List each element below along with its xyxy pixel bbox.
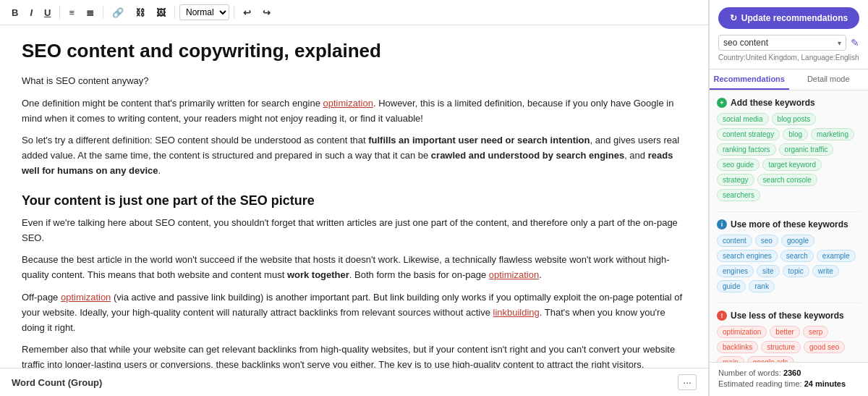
image-button[interactable]: 🖼 — [152, 5, 170, 20]
tag-good-seo[interactable]: good seo — [804, 341, 845, 353]
use-less-tags: optimization better serp backlinks struc… — [717, 326, 861, 362]
use-more-icon: i — [717, 219, 727, 229]
divider-2 — [103, 6, 103, 19]
para-4: Because the best article in the world wo… — [22, 253, 686, 283]
tag-searchers[interactable]: searchers — [717, 189, 760, 201]
italic-button[interactable]: I — [25, 5, 37, 20]
search-input-wrapper: ▾ — [718, 35, 846, 51]
word-count-group-label: Word Count (Group) — [12, 377, 102, 388]
para-3: Even if we're talking here about SEO con… — [22, 216, 686, 246]
section-use-more: i Use more of these keywords content seo… — [717, 219, 861, 292]
tag-google-ads[interactable]: google ads — [747, 356, 794, 362]
tag-blog[interactable]: blog — [783, 128, 808, 140]
editor-container: B I U ≡ ≣ 🔗 ⛓ 🖼 Normal ↩ ↪ SEO content a… — [0, 0, 709, 396]
tag-backlinks[interactable]: backlinks — [717, 341, 758, 353]
unlink-button[interactable]: ⛓ — [131, 5, 149, 20]
para-6: Remember also that while your website ca… — [22, 342, 686, 368]
para-1: One definition might be content that's p… — [22, 96, 686, 127]
tag-site[interactable]: site — [757, 265, 780, 277]
tag-target-keyword[interactable]: target keyword — [762, 159, 822, 171]
ol-button[interactable]: ≣ — [82, 5, 98, 20]
link-optimization-3[interactable]: optimization — [61, 292, 111, 303]
para-0: What is SEO content anyway? — [22, 74, 686, 89]
tag-guide[interactable]: guide — [717, 280, 746, 292]
add-keywords-tags: social media blog posts content strategy… — [717, 113, 861, 201]
tag-better[interactable]: better — [770, 326, 800, 338]
para-5: Off-page optimization (via active and pa… — [22, 290, 686, 335]
reading-time-label: Estimated reading time: — [718, 379, 802, 388]
word-count-label: Number of words: — [718, 368, 781, 377]
use-more-tags: content seo google search engines search… — [717, 235, 861, 292]
divider-3 — [174, 6, 175, 19]
tag-search-engines[interactable]: search engines — [717, 250, 778, 262]
tag-content-strategy[interactable]: content strategy — [717, 128, 780, 140]
tag-google[interactable]: google — [781, 235, 814, 247]
tag-ranking-factors[interactable]: ranking factors — [717, 143, 776, 156]
country-lang-label: Country:United Kingdom, Language:English — [718, 54, 859, 62]
use-less-title: ! Use less of these keywords — [717, 311, 861, 321]
divider-4 — [234, 6, 234, 19]
undo-button[interactable]: ↩ — [239, 5, 255, 20]
tag-main[interactable]: main — [717, 356, 744, 362]
search-row: ▾ ✎ — [718, 35, 859, 51]
redo-button[interactable]: ↪ — [258, 5, 275, 20]
tag-seo-guide[interactable]: seo guide — [717, 159, 760, 171]
sidebar-header: ↻ Update recommendations ▾ ✎ Country:Uni… — [710, 0, 868, 69]
section-use-less: ! Use less of these keywords optimizatio… — [717, 311, 861, 362]
para-2: So let's try a different definition: SEO… — [22, 133, 686, 178]
divider-1 — [59, 6, 60, 19]
update-btn-label: Update recommendations — [741, 13, 848, 23]
tag-social-media[interactable]: social media — [717, 113, 769, 125]
article-title: SEO content and copywriting, explained — [22, 40, 686, 62]
use-more-title: i Use more of these keywords — [717, 219, 861, 229]
edit-button[interactable]: ✎ — [851, 37, 859, 49]
word-count-stat: Number of words: 2360 — [718, 368, 859, 377]
tag-topic[interactable]: topic — [783, 265, 809, 277]
refresh-icon: ↻ — [730, 13, 737, 23]
sidebar: ↻ Update recommendations ▾ ✎ Country:Uni… — [709, 0, 868, 396]
tag-serp[interactable]: serp — [803, 326, 828, 338]
add-keywords-title: + Add these keywords — [717, 98, 861, 108]
tag-engines[interactable]: engines — [717, 265, 754, 277]
sidebar-body: + Add these keywords social media blog p… — [710, 90, 868, 362]
link-optimization[interactable]: optimization — [323, 98, 373, 109]
bold-button[interactable]: B — [7, 5, 22, 20]
tag-write[interactable]: write — [812, 265, 839, 277]
tag-search-console[interactable]: search console — [757, 174, 817, 186]
bottom-bar: Word Count (Group) ··· — [0, 368, 708, 396]
link-linkbuilding[interactable]: linkbuilding — [493, 307, 540, 318]
tag-search[interactable]: search — [780, 250, 814, 262]
tab-detail-mode[interactable]: Detail mode — [789, 69, 869, 90]
section-add-keywords: + Add these keywords social media blog p… — [717, 98, 861, 201]
tag-example[interactable]: example — [817, 250, 856, 262]
sidebar-footer: Number of words: 2360 Estimated reading … — [710, 362, 868, 396]
tag-content[interactable]: content — [717, 235, 752, 247]
ul-button[interactable]: ≡ — [64, 5, 79, 20]
divider-add-use — [717, 211, 861, 212]
tabs-row: Recommendations Detail mode — [710, 69, 868, 90]
link-button[interactable]: 🔗 — [108, 5, 128, 20]
tag-optimization[interactable]: optimization — [717, 326, 767, 338]
reading-time-value: 24 minutes — [804, 379, 846, 388]
editor-content[interactable]: SEO content and copywriting, explained W… — [0, 25, 708, 368]
use-less-icon: ! — [717, 311, 727, 321]
tag-rank[interactable]: rank — [749, 280, 774, 292]
tag-strategy[interactable]: strategy — [717, 174, 754, 186]
toolbar: B I U ≡ ≣ 🔗 ⛓ 🖼 Normal ↩ ↪ — [0, 0, 708, 25]
underline-button[interactable]: U — [40, 5, 55, 20]
dropdown-chevron-icon[interactable]: ▾ — [838, 39, 841, 47]
update-recommendations-button[interactable]: ↻ Update recommendations — [718, 7, 859, 29]
tag-blog-posts[interactable]: blog posts — [772, 113, 817, 125]
tag-marketing[interactable]: marketing — [811, 128, 854, 140]
tab-recommendations[interactable]: Recommendations — [710, 69, 789, 90]
reading-time-stat: Estimated reading time: 24 minutes — [718, 379, 859, 388]
link-optimization-2[interactable]: optimization — [489, 269, 539, 280]
word-count-value: 2360 — [783, 368, 801, 377]
keyword-search-input[interactable] — [723, 38, 838, 48]
tag-organic-traffic[interactable]: organic traffic — [779, 143, 834, 156]
divider-use-less — [717, 303, 861, 303]
tag-structure[interactable]: structure — [761, 341, 801, 353]
style-select[interactable]: Normal — [179, 4, 229, 20]
bottom-more-button[interactable]: ··· — [678, 374, 697, 390]
tag-seo[interactable]: seo — [755, 235, 778, 247]
